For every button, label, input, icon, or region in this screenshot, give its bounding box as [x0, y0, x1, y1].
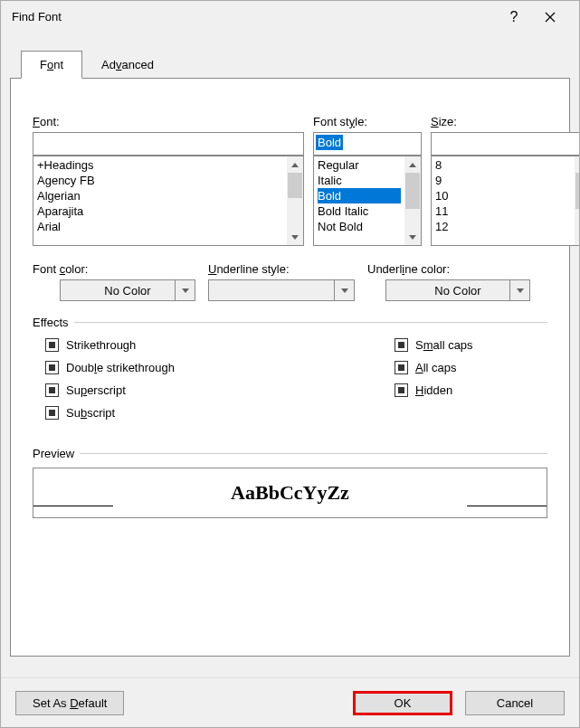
preview-legend: Preview: [33, 447, 74, 460]
list-item[interactable]: Algerian: [37, 188, 283, 203]
tristate-icon: [45, 406, 59, 420]
font-label: Font:: [33, 115, 304, 128]
checkbox-double-strikethrough[interactable]: Double strikethrough: [45, 361, 395, 374]
chevron-down-icon: [334, 280, 354, 300]
checkbox-subscript[interactable]: Subscript: [45, 406, 395, 420]
fontstyle-label: Font style:: [313, 115, 422, 128]
scroll-up-icon[interactable]: [575, 156, 580, 173]
list-item[interactable]: Bold Italic: [318, 203, 401, 219]
preview-text: AaBbCcYyZz: [231, 481, 349, 505]
font-input[interactable]: [33, 132, 304, 156]
checkbox-label: Double strikethrough: [66, 361, 175, 374]
divider: [80, 453, 547, 454]
underlinestyle-dropdown[interactable]: [208, 279, 355, 301]
list-item[interactable]: Italic: [318, 173, 401, 188]
fontstyle-list[interactable]: Regular Italic Bold Bold Italic Not Bold: [313, 156, 422, 246]
tab-advanced[interactable]: Advanced: [82, 51, 173, 79]
tristate-icon: [395, 361, 408, 374]
tristate-icon: [45, 338, 59, 352]
underlinestyle-label: Underline style:: [208, 262, 355, 276]
divider: [74, 322, 547, 323]
scroll-up-icon[interactable]: [287, 156, 303, 173]
dialog-title: Find Font: [12, 10, 496, 24]
underlinecolor-label: Underline color:: [367, 262, 530, 276]
tab-font[interactable]: Font: [21, 51, 82, 79]
preview-box: AaBbCcYyZz: [33, 468, 547, 518]
scroll-down-icon[interactable]: [404, 229, 421, 245]
list-item[interactable]: 9: [435, 173, 571, 188]
dialog-body: Font: +Headings Agency FB Algerian Apara…: [10, 78, 570, 657]
scroll-down-icon[interactable]: [575, 229, 580, 245]
fontcolor-label: Font color:: [33, 262, 195, 276]
set-default-button[interactable]: Set As Default: [15, 691, 124, 715]
fontstyle-scrollbar[interactable]: [404, 156, 421, 245]
scroll-up-icon[interactable]: [404, 156, 421, 173]
checkbox-hidden[interactable]: Hidden: [395, 383, 473, 397]
checkbox-label: All caps: [415, 361, 457, 374]
checkbox-label: Hidden: [415, 383, 452, 397]
font-list[interactable]: +Headings Agency FB Algerian Aparajita A…: [33, 156, 304, 246]
list-item[interactable]: 11: [435, 203, 571, 219]
font-scrollbar[interactable]: [287, 156, 303, 245]
list-item[interactable]: 12: [435, 219, 571, 234]
tristate-icon: [45, 383, 59, 397]
size-label: Size:: [431, 115, 580, 128]
size-list[interactable]: 8 9 10 11 12: [431, 156, 580, 246]
checkbox-label: Small caps: [415, 338, 473, 352]
checkbox-small-caps[interactable]: Small caps: [395, 338, 473, 352]
list-item[interactable]: 8: [435, 157, 571, 173]
checkbox-label: Subscript: [66, 406, 115, 420]
checkbox-all-caps[interactable]: All caps: [395, 361, 473, 374]
size-scrollbar[interactable]: [575, 156, 580, 245]
chevron-down-icon: [509, 280, 529, 300]
list-item[interactable]: Bold: [318, 188, 401, 203]
checkbox-label: Strikethrough: [66, 338, 136, 352]
tristate-icon: [395, 338, 408, 352]
close-button[interactable]: [532, 4, 568, 31]
fontcolor-dropdown[interactable]: No Color: [60, 279, 195, 301]
underlinecolor-value: No Color: [392, 284, 524, 298]
chevron-down-icon: [175, 280, 195, 300]
checkbox-label: Superscript: [66, 383, 126, 397]
list-item[interactable]: 10: [435, 188, 571, 203]
list-item[interactable]: Regular: [318, 157, 401, 173]
tristate-icon: [395, 383, 408, 397]
size-input[interactable]: [431, 132, 580, 156]
ok-button[interactable]: OK: [353, 691, 452, 715]
list-item[interactable]: Not Bold: [318, 219, 401, 234]
close-icon: [545, 12, 556, 23]
checkbox-superscript[interactable]: Superscript: [45, 383, 395, 397]
fontstyle-input[interactable]: Bold: [313, 132, 422, 156]
scroll-down-icon[interactable]: [287, 229, 303, 245]
help-button[interactable]: ?: [496, 4, 532, 31]
tristate-icon: [45, 361, 59, 374]
list-item[interactable]: Agency FB: [37, 173, 283, 188]
cancel-button[interactable]: Cancel: [465, 691, 565, 715]
checkbox-strikethrough[interactable]: Strikethrough: [45, 338, 395, 352]
list-item[interactable]: Arial: [37, 219, 283, 234]
list-item[interactable]: Aparajita: [37, 203, 283, 219]
fontcolor-value: No Color: [66, 284, 189, 298]
effects-legend: Effects: [33, 316, 69, 329]
underlinecolor-dropdown[interactable]: No Color: [385, 279, 530, 301]
list-item[interactable]: +Headings: [37, 157, 283, 173]
